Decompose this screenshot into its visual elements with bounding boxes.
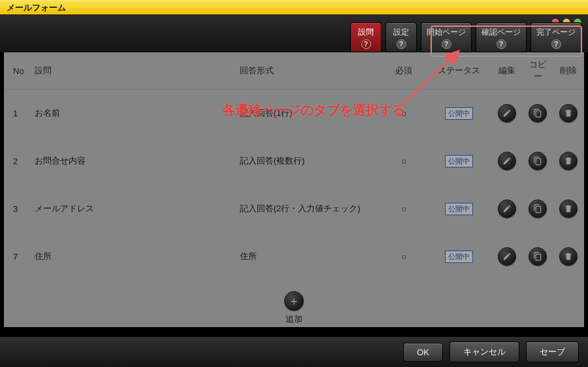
add-label: 追加 xyxy=(286,313,302,325)
help-icon[interactable]: ? xyxy=(361,39,371,49)
title-bar: メールフォーム xyxy=(0,0,588,14)
save-button[interactable]: セーブ xyxy=(526,341,579,362)
delete-button[interactable] xyxy=(559,152,578,170)
status-badge: 公開中 xyxy=(445,107,473,120)
tab-label: 設定 xyxy=(393,27,409,38)
tab-label: 設問 xyxy=(358,27,374,38)
col-delete: 削除 xyxy=(553,52,584,90)
cell-required: ○ xyxy=(382,185,426,233)
edit-button[interactable] xyxy=(498,104,516,122)
cell-required: ○ xyxy=(382,233,426,281)
tab-settings[interactable]: 設定 ? xyxy=(385,22,417,52)
edit-button[interactable] xyxy=(498,247,516,266)
table-row: 7住所住所○公開中 xyxy=(4,233,584,281)
delete-button[interactable] xyxy=(559,200,578,218)
cell-status: 公開中 xyxy=(426,137,492,185)
help-icon[interactable]: ? xyxy=(397,39,406,49)
col-edit: 編集 xyxy=(492,52,523,90)
question-table: No 設問 回答形式 必須 ステータス 編集 コピー 削除 1お名前記入回答(1… xyxy=(4,52,584,281)
tab-label: 開始ページ xyxy=(427,27,466,38)
col-no: No xyxy=(4,52,31,90)
col-required: 必須 xyxy=(382,52,426,90)
edit-button[interactable] xyxy=(498,152,516,170)
status-badge: 公開中 xyxy=(445,251,473,263)
cell-no: 2 xyxy=(4,137,31,185)
table-row: 1お名前記入回答(1行)○公開中 xyxy=(4,90,584,137)
cell-no: 3 xyxy=(4,185,31,233)
cell-status: 公開中 xyxy=(426,90,492,137)
col-question: 設問 xyxy=(31,52,236,90)
table-row: 2お問合せ内容記入回答(複数行)○公開中 xyxy=(4,137,584,185)
cell-question: お問合せ内容 xyxy=(31,137,236,185)
window-title: メールフォーム xyxy=(7,2,66,14)
copy-button[interactable] xyxy=(529,200,547,218)
help-icon[interactable]: ? xyxy=(497,39,506,49)
cell-format: 記入回答(1行) xyxy=(236,90,382,137)
tab-question[interactable]: 設問 ? xyxy=(350,22,382,52)
cell-status: 公開中 xyxy=(426,185,492,233)
add-row: ＋ 追加 xyxy=(4,281,584,336)
cell-format: 記入回答(2行・入力値チェック) xyxy=(236,185,382,233)
add-button[interactable]: ＋ xyxy=(284,291,304,311)
status-badge: 公開中 xyxy=(445,203,473,215)
tab-label: 完了ページ xyxy=(536,27,576,38)
cell-question: お名前 xyxy=(31,90,236,137)
copy-button[interactable] xyxy=(529,247,547,266)
col-copy: コピー xyxy=(523,52,553,90)
top-toolbar: 設問 ? 設定 ? 開始ページ ? 確認ページ ? 完了ページ ? xyxy=(0,14,588,52)
cancel-button[interactable]: キャンセル xyxy=(449,341,519,362)
tab-confirm-page[interactable]: 確認ページ ? xyxy=(476,22,527,52)
cell-required: ○ xyxy=(382,137,426,185)
cell-status: 公開中 xyxy=(426,233,492,281)
help-icon[interactable]: ? xyxy=(442,39,451,49)
tab-start-page[interactable]: 開始ページ ? xyxy=(421,22,472,52)
delete-button[interactable] xyxy=(559,247,578,266)
tab-label: 確認ページ xyxy=(482,27,521,38)
footer-bar: OK キャンセル セーブ xyxy=(0,337,588,367)
cell-question: 住所 xyxy=(31,233,236,281)
tabset: 設問 ? 設定 ? 開始ページ ? 確認ページ ? 完了ページ ? xyxy=(350,22,581,52)
col-status: ステータス xyxy=(426,52,492,90)
status-badge: 公開中 xyxy=(445,155,473,167)
cell-no: 7 xyxy=(4,233,31,281)
cell-format: 記入回答(複数行) xyxy=(236,137,382,185)
ok-button[interactable]: OK xyxy=(403,343,443,362)
cell-question: メールアドレス xyxy=(31,185,236,233)
help-icon[interactable]: ? xyxy=(551,39,561,49)
edit-button[interactable] xyxy=(498,200,516,218)
cell-no: 1 xyxy=(4,90,31,137)
cell-format: 住所 xyxy=(236,233,382,281)
copy-button[interactable] xyxy=(529,152,547,170)
col-format: 回答形式 xyxy=(236,52,382,90)
tab-complete-page[interactable]: 完了ページ ? xyxy=(531,22,581,52)
table-row: 3メールアドレス記入回答(2行・入力値チェック)○公開中 xyxy=(4,185,584,233)
content-panel: No 設問 回答形式 必須 ステータス 編集 コピー 削除 1お名前記入回答(1… xyxy=(4,52,584,327)
delete-button[interactable] xyxy=(559,104,578,122)
copy-button[interactable] xyxy=(529,104,547,122)
cell-required: ○ xyxy=(382,90,426,137)
